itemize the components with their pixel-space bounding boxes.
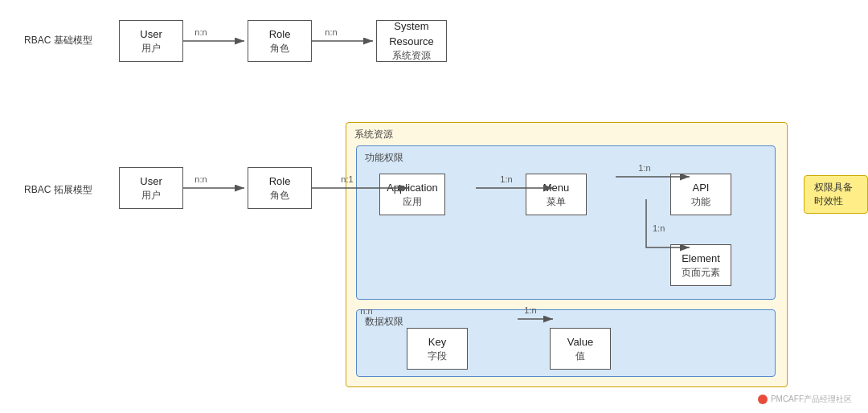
element-title: Element [682, 251, 720, 266]
top-resource-box: System Resource 系统资源 [376, 20, 447, 62]
bottom-user-title: User [140, 174, 162, 189]
top-role-box: Role 角色 [248, 20, 312, 62]
bottom-user-sub: 用户 [141, 189, 161, 202]
menu-box: Menu 菜单 [526, 174, 587, 215]
api-title: API [693, 181, 710, 195]
watermark: PMCAFF产品经理社区 [758, 394, 852, 405]
top-resource-sub: 系统资源 [392, 49, 431, 63]
badge: 权限具备时效性 [804, 175, 868, 214]
api-box: API 功能 [670, 174, 731, 215]
data-label: 数据权限 [365, 315, 403, 329]
application-title: Application [387, 181, 438, 195]
outer-system-resource: 系统资源 功能权限 Application 应用 Menu 菜单 API 功能 … [346, 122, 788, 387]
application-box: Application 应用 [379, 174, 445, 215]
func-permission-box: 功能权限 Application 应用 Menu 菜单 API 功能 Eleme… [356, 145, 776, 300]
func-label: 功能权限 [365, 151, 403, 165]
key-sub: 字段 [428, 350, 447, 363]
bottom-section-label: RBAC 拓展模型 [24, 183, 92, 197]
menu-sub: 菜单 [547, 195, 566, 209]
top-user-box: User 用户 [119, 20, 183, 62]
watermark-text: PMCAFF产品经理社区 [771, 394, 852, 405]
svg-text:n:n: n:n [194, 174, 207, 184]
top-section-label: RBAC 基础模型 [24, 34, 92, 47]
menu-title: Menu [543, 181, 570, 195]
svg-text:n:n: n:n [194, 27, 207, 37]
value-sub: 值 [575, 350, 585, 363]
svg-text:n:n: n:n [325, 27, 337, 37]
top-user-title: User [140, 27, 162, 42]
bottom-role-box: Role 角色 [248, 167, 312, 209]
data-permission-box: 数据权限 Key 字段 Value 值 [356, 309, 776, 377]
watermark-icon [758, 395, 768, 404]
outer-label: 系统资源 [354, 128, 393, 141]
element-sub: 页面元素 [682, 266, 720, 280]
top-user-sub: 用户 [141, 42, 161, 55]
value-title: Value [567, 335, 593, 350]
bottom-user-box: User 用户 [119, 167, 183, 209]
key-title: Key [428, 335, 446, 350]
top-role-title: Role [269, 27, 291, 42]
top-role-sub: 角色 [270, 42, 289, 55]
element-box: Element 页面元素 [670, 244, 731, 286]
application-sub: 应用 [403, 195, 422, 209]
api-sub: 功能 [691, 195, 710, 209]
bottom-role-title: Role [269, 174, 291, 189]
bottom-role-sub: 角色 [270, 189, 289, 202]
top-resource-title: System Resource [377, 19, 446, 48]
key-box: Key 字段 [407, 328, 468, 370]
diagram-container: RBAC 基础模型 User 用户 Role 角色 System Resourc… [0, 0, 868, 413]
value-box: Value 值 [550, 328, 611, 370]
